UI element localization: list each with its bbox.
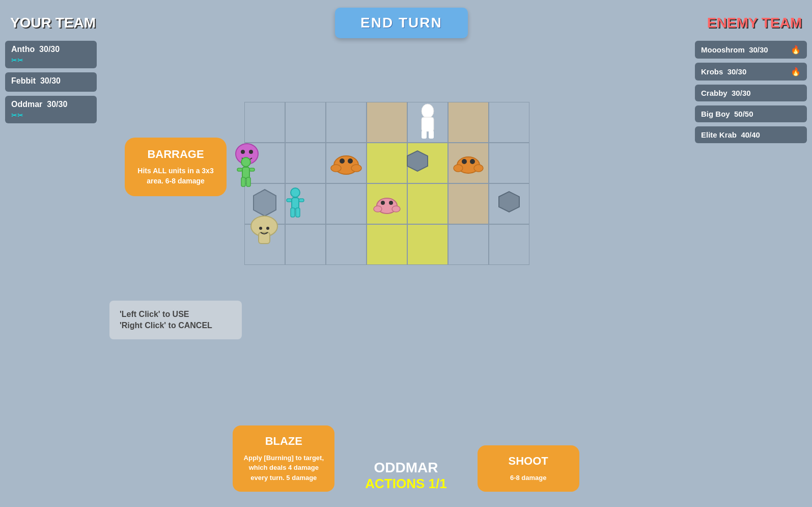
elitekrab-name-hp: Elite Krab 40/40 [701, 130, 760, 139]
active-unit-name: ODDMAR [365, 460, 446, 476]
svg-rect-24 [367, 224, 407, 265]
svg-point-40 [381, 201, 385, 205]
your-team-panel: Antho 30/30 ✂✂ Febbit 30/30 Oddmar 30/30… [5, 41, 97, 123]
grid-svg [244, 102, 529, 265]
svg-rect-10 [367, 143, 407, 183]
shoot-title: SHOOT [488, 455, 569, 468]
svg-rect-60 [287, 199, 292, 202]
barrage-title: BARRAGE [133, 148, 218, 161]
svg-rect-29 [422, 117, 434, 131]
svg-rect-6 [489, 102, 529, 143]
end-turn-button[interactable]: END TURN [335, 8, 468, 38]
svg-rect-13 [489, 143, 529, 183]
antho-icons: ✂✂ [11, 56, 91, 64]
moooshrom-name-hp: Moooshrom 30/30 [701, 45, 768, 54]
enemy-card-moooshrom[interactable]: Moooshrom 30/30 🔥 [695, 41, 807, 59]
svg-point-43 [392, 206, 400, 212]
enemy-card-crabby[interactable]: Crabby 30/30 [695, 85, 807, 101]
blaze-desc: Apply [Burning] to target, which deals 4… [243, 453, 324, 483]
unit-card-antho[interactable]: Antho 30/30 ✂✂ [5, 41, 97, 68]
svg-rect-23 [326, 224, 367, 265]
enemy-team-label: ENEMY TEAM [707, 15, 802, 31]
svg-rect-8 [285, 143, 326, 183]
svg-rect-26 [448, 224, 489, 265]
svg-point-42 [374, 206, 382, 212]
barrage-card[interactable]: BARRAGE Hits ALL units in a 3x3 area. 6-… [125, 138, 227, 196]
svg-marker-33 [499, 192, 519, 212]
unit-mushroom [249, 214, 279, 250]
svg-rect-30 [422, 130, 427, 139]
svg-rect-53 [242, 167, 249, 178]
unit-cyan-figure [283, 188, 308, 222]
krobs-name-hp: Krobs 30/30 [701, 67, 746, 76]
svg-rect-22 [285, 224, 326, 265]
svg-rect-59 [292, 198, 299, 209]
enemy-team-panel: Moooshrom 30/30 🔥 Krobs 30/30 🔥 Crabby 3… [695, 41, 807, 143]
svg-point-67 [259, 227, 262, 230]
shoot-desc: 6-8 damage [488, 473, 569, 483]
svg-point-52 [241, 157, 250, 167]
fire-icon-krobs: 🔥 [791, 67, 801, 76]
active-unit-actions: ACTIONS 1/1 [365, 476, 446, 492]
fire-icon-moooshrom: 🔥 [791, 45, 801, 55]
svg-point-45 [462, 159, 467, 164]
svg-rect-31 [429, 130, 434, 139]
oddmar-icons: ✂✂ [11, 111, 91, 119]
svg-rect-55 [249, 168, 255, 171]
svg-point-35 [340, 158, 345, 164]
febbit-name-hp: Febbit 30/30 [11, 76, 91, 86]
svg-point-38 [351, 165, 361, 172]
bottom-area: BLAZE Apply [Burning] to target, which d… [0, 425, 812, 492]
svg-rect-57 [246, 177, 250, 186]
crabby-name-hp: Crabby 30/30 [701, 89, 751, 97]
bigboy-name-hp: Big Boy 50/50 [701, 110, 753, 118]
svg-point-36 [348, 158, 353, 164]
enemy-card-krobs[interactable]: Krobs 30/30 🔥 [695, 63, 807, 81]
svg-point-37 [331, 165, 341, 172]
svg-rect-2 [326, 102, 367, 143]
svg-rect-19 [448, 183, 489, 224]
svg-marker-64 [254, 190, 276, 216]
game-grid[interactable] [244, 102, 529, 265]
instructions-panel: 'Left Click' to USE 'Right Click' to CAN… [109, 301, 242, 339]
antho-name-hp: Antho 30/30 [11, 45, 91, 54]
svg-point-46 [470, 159, 475, 164]
unit-green-figure [233, 157, 259, 192]
unit-card-oddmar[interactable]: Oddmar 30/30 ✂✂ [5, 96, 97, 123]
svg-rect-56 [241, 177, 245, 186]
barrage-desc: Hits ALL units in a 3x3 area. 6-8 damage [133, 166, 218, 186]
active-unit-info: ODDMAR ACTIONS 1/1 [365, 460, 446, 492]
left-click-instruction: 'Left Click' to USE [120, 310, 232, 319]
unit-card-febbit[interactable]: Febbit 30/30 [5, 72, 97, 92]
svg-rect-27 [489, 224, 529, 265]
svg-rect-63 [296, 208, 300, 217]
blaze-title: BLAZE [243, 435, 324, 448]
svg-point-68 [266, 227, 269, 230]
svg-point-41 [389, 201, 393, 205]
svg-rect-5 [448, 102, 489, 143]
svg-rect-3 [367, 102, 407, 143]
shoot-card[interactable]: SHOOT 6-8 damage [478, 445, 579, 492]
svg-rect-0 [244, 102, 285, 143]
svg-rect-54 [237, 168, 242, 171]
blaze-card[interactable]: BLAZE Apply [Burning] to target, which d… [233, 425, 334, 492]
right-click-instruction: 'Right Click' to CANCEL [120, 321, 232, 330]
svg-point-47 [454, 165, 463, 172]
svg-rect-1 [285, 102, 326, 143]
svg-rect-62 [291, 208, 295, 217]
enemy-card-elitekrab[interactable]: Elite Krab 40/40 [695, 126, 807, 143]
svg-marker-32 [407, 151, 428, 171]
svg-rect-16 [326, 183, 367, 224]
your-team-label: YOUR TEAM [10, 15, 96, 31]
enemy-card-bigboy[interactable]: Big Boy 50/50 [695, 105, 807, 122]
header: YOUR TEAM END TURN ENEMY TEAM [0, 0, 812, 46]
svg-rect-25 [407, 224, 448, 265]
svg-point-48 [474, 165, 483, 172]
svg-point-28 [422, 104, 434, 118]
svg-rect-61 [299, 199, 304, 202]
svg-rect-18 [407, 183, 448, 224]
svg-point-58 [291, 188, 300, 197]
oddmar-name-hp: Oddmar 30/30 [11, 100, 91, 109]
svg-point-51 [249, 150, 253, 154]
svg-point-50 [241, 150, 245, 154]
